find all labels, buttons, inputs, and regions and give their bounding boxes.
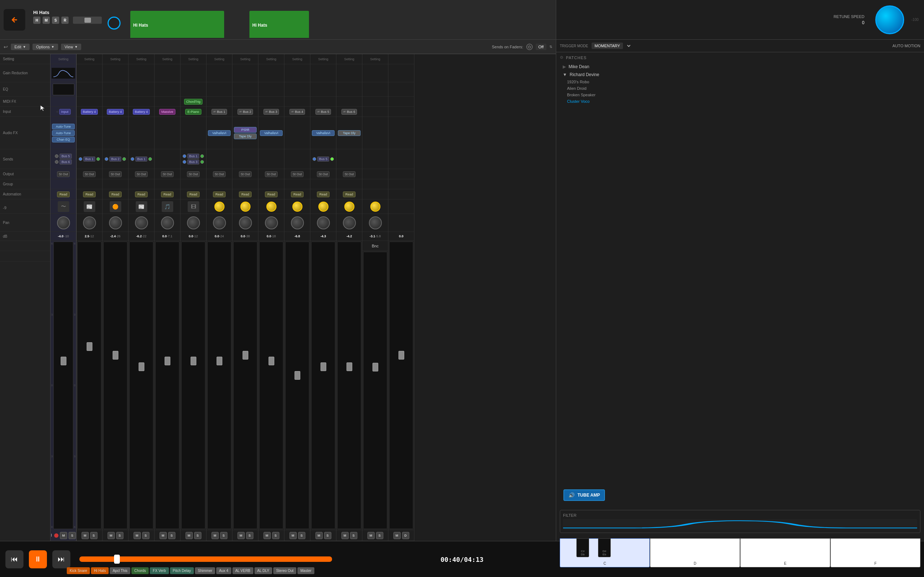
ch5-read-btn[interactable]: Read [161,192,174,197]
ch2-read-btn[interactable]: Read [83,192,96,197]
ch1-send1-btn[interactable]: Bus 5 [60,154,71,159]
ch5-fader-track[interactable] [155,242,179,529]
forward-button[interactable]: ⏭ [52,550,70,568]
ch8-m-btn[interactable]: M [237,532,245,539]
ch11-icon[interactable] [318,201,328,212]
sends-chevron-icon[interactable]: ⇅ [549,45,552,49]
track-fx-verb[interactable]: FX Verb [150,567,168,574]
ch2-pan-knob[interactable] [83,216,96,229]
ch10-bus-btn[interactable]: ⇌Bus 4 [289,109,305,115]
ch6-send1-btn[interactable]: Bus 1 [187,154,199,159]
ch9-pan-knob[interactable] [265,216,278,229]
ch1-fader-track[interactable] [53,242,73,529]
ch7-fader-track[interactable] [207,242,231,529]
ch14-d-btn[interactable]: D [402,532,409,539]
ch11-bus-btn[interactable]: ⇌Bus 5 [315,109,331,115]
ch4-icon[interactable]: 📰 [136,201,147,212]
ch3-send1-btn[interactable]: Bus 2 [109,156,121,161]
ch4-m-btn[interactable]: M [134,532,141,539]
r-button[interactable]: R [61,16,69,24]
ch1-read-btn[interactable]: Read [57,192,70,197]
ch12-s-btn[interactable]: S [350,532,357,539]
ch7-valhalla-btn[interactable]: ValhallaVi [208,130,231,136]
ch10-pan-knob[interactable] [291,216,304,229]
track-stereo-out[interactable]: Stereo Out [273,567,296,574]
ch1-send2-btn[interactable]: Bus 6 [60,160,71,164]
tube-amp-button[interactable]: 🔊 TUBE AMP [564,489,605,501]
ch1-autotune1[interactable]: Auto-Tune [52,124,75,129]
ch10-fader-handle[interactable] [294,371,300,380]
ch8-pshift-btn[interactable]: PShft [234,127,257,133]
track-master[interactable]: Master [297,567,314,574]
ch8-read-btn[interactable]: Read [239,192,252,197]
ch9-stout[interactable]: St Out [265,171,278,177]
ch10-read-btn[interactable]: Read [291,192,304,197]
ch11-send1-btn[interactable]: Bus 5 [317,156,329,161]
ch1-fader-handle[interactable] [61,357,66,365]
ch7-s-btn[interactable]: S [220,532,228,539]
ch14-fader-handle[interactable] [399,351,404,359]
ch10-icon[interactable] [292,201,302,212]
ch7-bus-btn[interactable]: ⇌Bus 1 [212,109,227,115]
ch13-m-btn[interactable]: M [367,532,375,539]
ch3-battery-btn[interactable]: Battery 4 [107,109,123,115]
timeline-clip-1[interactable]: Hi Hats [130,11,224,38]
ch4-battery-btn[interactable]: Battery 4 [133,109,149,115]
ch8-fader-handle[interactable] [242,351,248,359]
ch4-send1-btn[interactable]: Bus 1 [135,156,147,161]
ch8-icon[interactable] [241,201,250,212]
ch3-fader-track[interactable] [103,242,128,529]
ch1-chaneq[interactable]: Chan EQ [52,137,75,142]
ch10-s-btn[interactable]: S [298,532,305,539]
ch1-icon[interactable]: 〜 [58,201,69,212]
ch13-pan-knob[interactable] [369,216,382,229]
ch3-m-btn[interactable]: M [108,532,115,539]
ch12-m-btn[interactable]: M [341,532,349,539]
ch1-autotune2[interactable]: Auto-Tune [52,130,75,136]
ch12-pan-knob[interactable] [343,216,356,229]
ch9-fader-handle[interactable] [268,357,274,365]
patch-1920s-robo[interactable]: 1920's Robo [560,79,921,85]
ch8-fader-track[interactable] [233,242,257,529]
track-al-dly[interactable]: AL DLY [254,567,272,574]
ch6-send2-btn[interactable]: Bus 3 [187,160,199,164]
ch6-icon[interactable]: 🎞 [188,201,199,212]
m-button[interactable]: M [43,16,50,24]
ch8-bus-btn[interactable]: ⇌Bus 2 [237,109,253,115]
piano-key-Csharp[interactable]: C#Db [577,538,589,557]
ch11-s-btn[interactable]: S [324,532,331,539]
ch9-icon[interactable] [267,201,276,212]
ch8-tape-btn[interactable]: Tape Dly [234,134,257,139]
ch6-epiano-btn[interactable]: E-Piano [185,109,201,115]
mixer-back-icon[interactable]: ↩ [3,44,8,50]
ch2-battery-btn[interactable]: Battery 4 [81,109,97,115]
patch-mike-dean[interactable]: ▶ Mike Dean [560,63,921,71]
ch12-tape-btn[interactable]: Tape Dly [338,130,360,136]
track-aux4[interactable]: Aux 4 [216,567,231,574]
ch7-m-btn[interactable]: M [212,532,219,539]
ch9-read-btn[interactable]: Read [265,192,278,197]
ch4-fader-track[interactable] [129,242,153,529]
ch6-m-btn[interactable]: M [186,532,193,539]
ch8-s-btn[interactable]: S [246,532,254,539]
ch12-fader-track[interactable] [337,242,361,529]
ch7-pan-knob[interactable] [213,216,226,229]
ch7-fader-handle[interactable] [216,357,222,365]
ch11-valhalla-btn[interactable]: ValhallaVi [312,130,334,136]
ch4-fader-handle[interactable] [139,363,144,371]
ch12-icon[interactable] [344,201,354,212]
ch2-stout[interactable]: St Out [83,171,96,177]
progress-thumb[interactable] [114,554,120,564]
ch10-m-btn[interactable]: M [289,532,297,539]
sends-value-dropdown[interactable]: Off [536,44,546,50]
ch6-stout[interactable]: St Out [187,171,200,177]
ch4-read-btn[interactable]: Read [135,192,148,197]
ch5-pan-knob[interactable] [161,216,174,229]
back-button[interactable] [3,9,25,31]
ch7-read-btn[interactable]: Read [213,192,226,197]
track-chords[interactable]: Chords [131,567,149,574]
view-button[interactable]: View ▼ [61,44,82,50]
rewind-button[interactable]: ⏮ [5,550,23,568]
ch5-fader-handle[interactable] [165,357,170,365]
ch3-s-btn[interactable]: S [116,532,123,539]
